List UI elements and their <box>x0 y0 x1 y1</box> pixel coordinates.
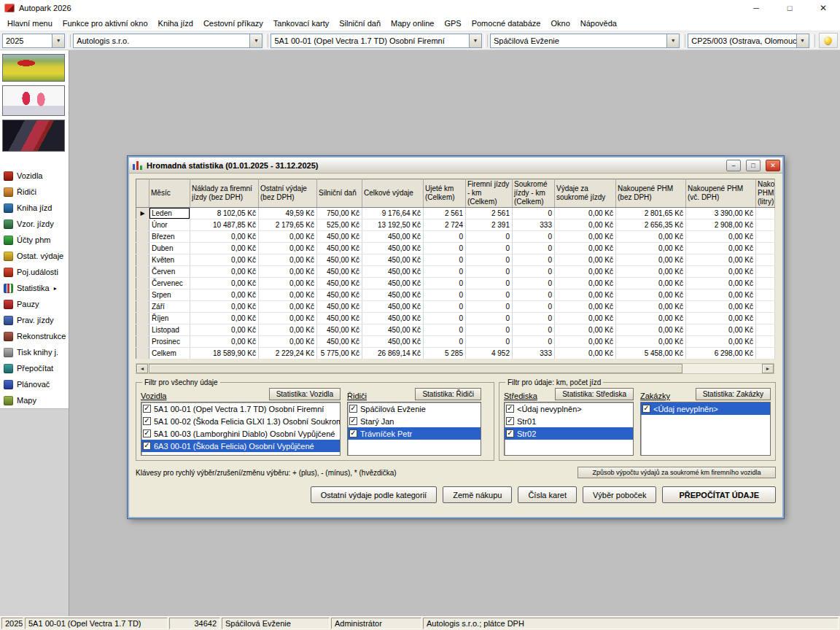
row-selector[interactable] <box>136 219 149 231</box>
sidebar-item[interactable]: Přepočítat <box>0 360 69 376</box>
list-item[interactable]: 5A1 00-01 (Opel Vectra 1.7 TD) Osobní Fi… <box>141 402 340 415</box>
column-header[interactable]: Silniční daň <box>317 179 362 208</box>
scroll-left-icon[interactable]: ◄ <box>136 364 148 373</box>
sidebar-item[interactable]: Pauzy <box>0 296 69 312</box>
value-cell[interactable]: 0 <box>513 254 555 266</box>
sidebar-item[interactable]: Účty phm <box>0 232 69 248</box>
value-cell[interactable]: 525,00 Kč <box>317 219 362 231</box>
value-cell[interactable]: 750,00 Kč <box>317 208 362 219</box>
value-cell[interactable]: 0,00 Kč <box>616 324 686 336</box>
chevron-down-icon[interactable]: ▼ <box>469 34 481 47</box>
value-cell[interactable]: 2 801,65 Kč <box>616 208 686 219</box>
value-cell[interactable] <box>756 301 775 313</box>
column-header[interactable]: Náklady za firemní jízdy (bez DPH) <box>190 179 259 208</box>
trip-order-combobox[interactable]: CP25/003 (Ostrava, Olomouc ▼ <box>688 34 809 48</box>
row-selector[interactable] <box>136 278 149 289</box>
month-cell[interactable]: Listopad <box>149 324 190 336</box>
value-cell[interactable]: 0,00 Kč <box>555 254 616 266</box>
value-cell[interactable]: 0 <box>466 301 513 313</box>
checkbox-icon[interactable] <box>349 405 357 413</box>
month-cell[interactable]: Duben <box>149 243 190 254</box>
menu-item[interactable]: Tankovací karty <box>268 17 334 30</box>
value-cell[interactable]: 2 561 <box>424 208 466 219</box>
list-item[interactable]: 6A3 00-01 (Škoda Felicia) Osobní Vypůjče… <box>141 440 340 452</box>
value-cell[interactable]: 0,00 Kč <box>190 254 259 266</box>
table-row[interactable]: Květen0,00 Kč0,00 Kč450,00 Kč450,00 Kč00… <box>136 254 775 266</box>
value-cell[interactable]: 0 <box>466 289 513 301</box>
value-cell[interactable]: 0,00 Kč <box>686 266 756 278</box>
value-cell[interactable] <box>756 324 775 336</box>
value-cell[interactable]: 0,00 Kč <box>686 243 756 254</box>
value-cell[interactable]: 0 <box>424 266 466 278</box>
value-cell[interactable]: 0,00 Kč <box>259 336 317 348</box>
value-cell[interactable]: 450,00 Kč <box>317 254 362 266</box>
table-row[interactable]: Červenec0,00 Kč0,00 Kč450,00 Kč450,00 Kč… <box>136 278 775 289</box>
value-cell[interactable]: 0,00 Kč <box>686 301 756 313</box>
chevron-down-icon[interactable]: ▼ <box>249 34 262 47</box>
sidebar-item[interactable]: Plánovač <box>0 376 69 392</box>
value-cell[interactable]: 0,00 Kč <box>686 313 756 324</box>
checkbox-icon[interactable] <box>143 405 151 413</box>
scroll-right-icon[interactable]: ► <box>762 364 774 373</box>
value-cell[interactable] <box>756 336 775 348</box>
tip-lightbulb-button[interactable] <box>819 33 838 48</box>
value-cell[interactable]: 0,00 Kč <box>259 254 317 266</box>
sidebar-item[interactable]: Řidiči <box>0 184 69 200</box>
minimize-button[interactable]: ─ <box>739 0 773 16</box>
list-item[interactable]: 5A1 00-02 (Škoda Felicia GLXI 1.3) Osobn… <box>141 415 340 427</box>
value-cell[interactable]: 450,00 Kč <box>317 231 362 243</box>
value-cell[interactable]: 450,00 Kč <box>362 313 424 324</box>
column-header[interactable]: Ostatní výdaje (bez DPH) <box>259 179 317 208</box>
list-item[interactable]: <Údaj nevyplněn> <box>641 402 770 415</box>
table-row[interactable]: Listopad0,00 Kč0,00 Kč450,00 Kč450,00 Kč… <box>136 324 775 336</box>
menu-item[interactable]: Kniha jízd <box>153 17 198 30</box>
value-cell[interactable]: 0 <box>466 231 513 243</box>
value-cell[interactable]: 0,00 Kč <box>555 208 616 219</box>
value-cell[interactable]: 333 <box>513 348 555 359</box>
value-cell[interactable]: 0 <box>513 278 555 289</box>
statistics-orders-button[interactable]: Statistika: Zakázky <box>696 388 771 400</box>
row-selector[interactable] <box>136 336 149 348</box>
value-cell[interactable]: 0,00 Kč <box>616 301 686 313</box>
value-cell[interactable]: 450,00 Kč <box>317 313 362 324</box>
value-cell[interactable]: 0,00 Kč <box>190 301 259 313</box>
column-header[interactable]: Firemní jízdy - km (Celkem) <box>466 179 513 208</box>
value-cell[interactable]: 5 285 <box>424 348 466 359</box>
value-cell[interactable]: 0,00 Kč <box>555 243 616 254</box>
value-cell[interactable]: 5 775,00 Kč <box>317 348 362 359</box>
value-cell[interactable]: 0,00 Kč <box>259 231 317 243</box>
value-cell[interactable]: 450,00 Kč <box>362 243 424 254</box>
value-cell[interactable]: 2 656,35 Kč <box>616 219 686 231</box>
recalculate-data-button[interactable]: PŘEPOČÍTAT ÚDAJE <box>662 486 776 503</box>
row-selector[interactable] <box>136 254 149 266</box>
month-cell[interactable]: Únor <box>149 219 190 231</box>
table-row[interactable]: Září0,00 Kč0,00 Kč450,00 Kč450,00 Kč0000… <box>136 301 775 313</box>
value-cell[interactable]: 0,00 Kč <box>259 278 317 289</box>
checkbox-icon[interactable] <box>506 405 514 413</box>
sidebar-item[interactable]: Poj.události <box>0 264 69 280</box>
card-numbers-button[interactable]: Čísla karet <box>518 486 577 503</box>
menu-item[interactable]: Okno <box>545 17 575 30</box>
value-cell[interactable]: 18 589,90 Kč <box>190 348 259 359</box>
sidebar-item[interactable]: Rekonstrukce <box>0 328 69 344</box>
value-cell[interactable]: 5 458,00 Kč <box>616 348 686 359</box>
value-cell[interactable]: 0,00 Kč <box>555 313 616 324</box>
value-cell[interactable]: 0 <box>466 336 513 348</box>
value-cell[interactable]: 3 390,00 Kč <box>686 208 756 219</box>
value-cell[interactable]: 2 179,65 Kč <box>259 219 317 231</box>
sidebar-item[interactable]: Vzor. jízdy <box>0 216 69 232</box>
column-header[interactable]: Výdaje za soukromé jízdy <box>555 179 616 208</box>
value-cell[interactable]: 0 <box>513 313 555 324</box>
value-cell[interactable]: 0 <box>513 301 555 313</box>
value-cell[interactable]: 26 869,14 Kč <box>362 348 424 359</box>
value-cell[interactable]: 2 908,00 Kč <box>686 219 756 231</box>
month-cell[interactable]: Květen <box>149 254 190 266</box>
value-cell[interactable]: 0 <box>513 243 555 254</box>
checkbox-icon[interactable] <box>143 429 151 438</box>
value-cell[interactable]: 0 <box>424 231 466 243</box>
checkbox-icon[interactable] <box>642 405 650 413</box>
value-cell[interactable]: 0,00 Kč <box>190 243 259 254</box>
value-cell[interactable]: 0,00 Kč <box>190 231 259 243</box>
list-item[interactable]: 5A1 00-03 (Lamborghini Diablo) Osobní Vy… <box>141 427 340 440</box>
value-cell[interactable]: 450,00 Kč <box>317 324 362 336</box>
